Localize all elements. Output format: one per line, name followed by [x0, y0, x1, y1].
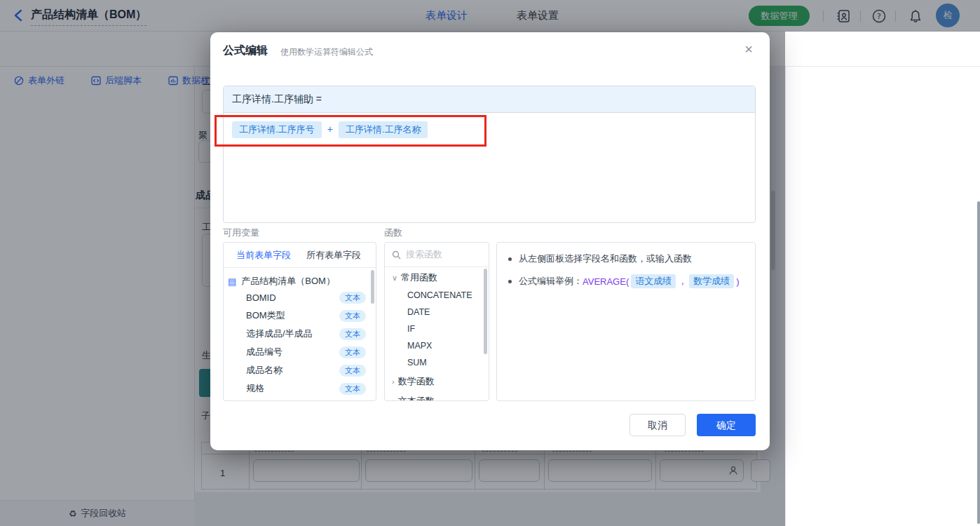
canvas-scrollbar[interactable] — [771, 191, 775, 270]
recycle-label: 字段回收站 — [81, 507, 126, 520]
function-group-label: 数学函数 — [398, 376, 435, 386]
example-chip: 数学成绩 — [689, 274, 734, 288]
table-cell-input[interactable] — [751, 459, 770, 482]
function-item[interactable]: CONCATENATE — [385, 287, 489, 304]
formula-editor-modal: 公式编辑 使用数学运算符编辑公式 × 工序详情.工序辅助 = 工序详情.工序序号… — [210, 32, 770, 450]
topbar-divider — [860, 11, 861, 22]
type-badge: 文本 — [339, 365, 366, 377]
row-number: 1 — [220, 468, 225, 478]
variables-tabs: 当前表单字段 所有表单字段 — [224, 243, 376, 268]
functions-label: 函数 — [384, 227, 402, 239]
function-item[interactable]: MAPX — [385, 337, 489, 354]
bullet-icon — [508, 280, 512, 283]
variables-scrollbar[interactable] — [371, 270, 374, 304]
formula-field-chip[interactable]: 工序详情.工序序号 — [232, 121, 322, 138]
function-group-text[interactable]: ›文本函数 — [385, 391, 489, 401]
svg-text:?: ? — [877, 12, 881, 21]
help-fn-close: ) — [736, 276, 739, 287]
formula-editor-area[interactable]: 工序详情.工序序号+工序详情.工序名称 — [224, 113, 755, 223]
formula-target-row: 工序详情.工序辅助 = — [224, 86, 755, 113]
confirm-button[interactable]: 确定 — [697, 414, 756, 436]
type-badge: 文本 — [339, 292, 366, 304]
function-group-common[interactable]: ∨常用函数 — [385, 267, 489, 287]
bullet-icon — [508, 257, 512, 261]
toolbar-item-data-permission[interactable]: 数据权 — [168, 74, 210, 87]
variables-panel: 当前表单字段 所有表单字段 ▤产品结构清单（BOM） BOMID文本 BOM类型… — [223, 242, 376, 401]
type-badge: 文本 — [339, 346, 366, 358]
table-cell-input[interactable] — [548, 459, 652, 482]
page-title[interactable]: 产品结构清单（BOM） — [31, 8, 147, 26]
tab-form-settings[interactable]: 表单设置 — [517, 9, 559, 22]
variable-row[interactable]: BOM类型文本 — [224, 306, 376, 325]
type-badge: 文本 — [339, 310, 366, 322]
toolbar-item-backend-script[interactable]: 后端脚本 — [91, 74, 142, 87]
form-doc-icon: ▤ — [228, 276, 236, 287]
help-fn-open: AVERAGE( — [583, 276, 629, 287]
function-item[interactable]: SUM — [385, 354, 489, 371]
variable-row[interactable]: BOMID文本 — [224, 289, 376, 306]
function-search-input[interactable]: 搜索函数 — [385, 243, 489, 267]
search-placeholder: 搜索函数 — [406, 248, 442, 261]
cancel-button[interactable]: 取消 — [629, 414, 686, 436]
help-comma: ， — [678, 275, 687, 288]
data-manage-button[interactable]: 数据管理 — [749, 6, 810, 26]
variables-label: 可用变量 — [223, 227, 259, 239]
toolbar-item-external-link[interactable]: 表单外链 — [14, 74, 64, 87]
help-text: 从左侧面板选择字段名和函数，或输入函数 — [519, 252, 692, 265]
formula-field-chip[interactable]: 工序详情.工序名称 — [339, 121, 428, 138]
bell-icon[interactable] — [908, 8, 923, 24]
code-icon — [91, 76, 101, 86]
function-group-label: 文本函数 — [398, 396, 435, 401]
chevron-collapsed-icon: › — [392, 377, 395, 386]
table-cell-input[interactable] — [660, 459, 744, 482]
example-chip: 语文成绩 — [631, 274, 676, 288]
field-library-sidebar — [0, 32, 195, 526]
form-node-label: 产品结构清单（BOM） — [241, 275, 335, 288]
table-cell-input[interactable] — [365, 459, 472, 482]
modal-title: 公式编辑 — [223, 43, 268, 58]
function-group-label: 常用函数 — [401, 272, 437, 283]
field-recycle-bin[interactable]: ♻ 字段回收站 — [0, 500, 195, 526]
topbar: 产品结构清单（BOM） 表单设计 表单设置 数据管理 ? 检 — [0, 0, 980, 32]
table-cell-input[interactable] — [253, 459, 360, 482]
variable-row[interactable]: 选择成品/半成品文本 — [224, 325, 376, 343]
function-group-math[interactable]: ›数学函数 — [385, 371, 489, 391]
help-icon[interactable]: ? — [871, 8, 887, 24]
plus-operator: + — [327, 123, 333, 135]
member-icon — [728, 465, 739, 476]
help-line-2: 公式编辑举例： AVERAGE( 语文成绩 ， 数学成绩 ) — [508, 274, 744, 288]
functions-scrollbar[interactable] — [484, 269, 487, 354]
function-item[interactable]: DATE — [385, 304, 489, 321]
tab-form-design[interactable]: 表单设计 — [426, 9, 468, 22]
tab-current-form-fields[interactable]: 当前表单字段 — [236, 249, 291, 262]
chevron-collapsed-icon: › — [392, 397, 395, 401]
type-badge: 文本 — [339, 383, 366, 395]
modal-subtitle: 使用数学运算符编辑公式 — [280, 46, 373, 58]
avatar[interactable]: 检 — [936, 4, 960, 27]
table-header-line — [202, 454, 758, 454]
variable-row[interactable]: 成品名称文本 — [224, 361, 376, 379]
form-tree-node[interactable]: ▤产品结构清单（BOM） — [224, 268, 376, 289]
contacts-icon[interactable] — [836, 8, 851, 24]
properties-scrollbar[interactable] — [977, 201, 980, 524]
properties-panel — [785, 67, 980, 526]
variable-row[interactable]: 规格文本 — [224, 379, 376, 398]
back-icon[interactable] — [11, 8, 27, 23]
formula-box: 工序详情.工序辅助 = 工序详情.工序序号+工序详情.工序名称 — [223, 86, 756, 223]
table-cell-input[interactable] — [479, 459, 540, 482]
recycle-icon: ♻ — [69, 508, 77, 519]
help-example-prefix: 公式编辑举例： — [519, 275, 583, 288]
help-panel: 从左侧面板选择字段名和函数，或输入函数 公式编辑举例： AVERAGE( 语文成… — [496, 242, 756, 401]
close-icon[interactable]: × — [740, 41, 757, 58]
topbar-divider — [823, 11, 824, 22]
variable-row[interactable]: 成品编号文本 — [224, 343, 376, 361]
search-icon — [392, 250, 401, 259]
formula-target-label: 工序详情.工序辅助 = — [232, 93, 322, 106]
tab-all-form-fields[interactable]: 所有表单字段 — [306, 249, 361, 262]
app-root: 工 聚 成品 工 生 子 1 — [0, 0, 980, 526]
function-item[interactable]: IF — [385, 321, 489, 337]
functions-panel: 搜索函数 ∨常用函数 CONCATENATE DATE IF MAPX SUM … — [384, 242, 489, 401]
type-badge: 文本 — [339, 328, 366, 340]
toolbar-item-label: 数据权 — [182, 74, 210, 87]
chart-box-icon — [168, 76, 178, 86]
